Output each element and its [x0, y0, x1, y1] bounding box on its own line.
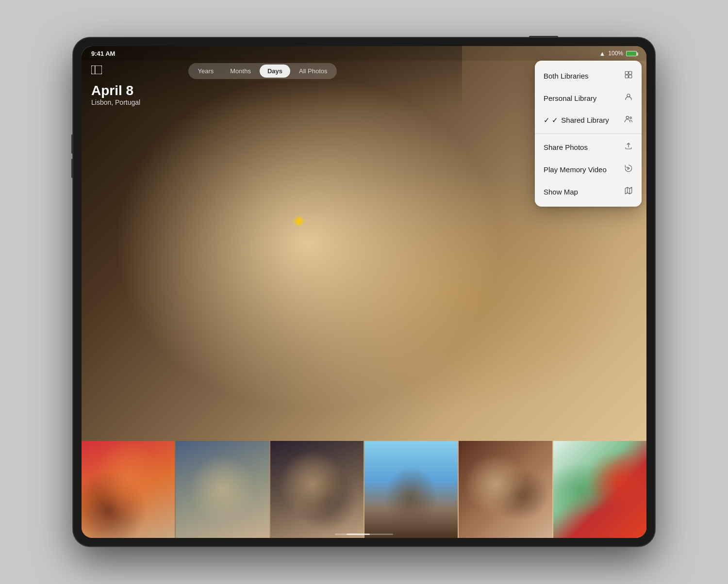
svg-rect-1 [95, 65, 96, 74]
menu-share-photos[interactable]: Share Photos [535, 136, 642, 158]
thumb-6-bg [553, 441, 646, 538]
date-info: April 8 Lisbon, Portugal [91, 83, 452, 106]
status-bar: 9:41 AM ▲ 100% [82, 46, 646, 61]
status-right: ▲ 100% [599, 50, 637, 57]
menu-share-photos-label: Share Photos [544, 143, 588, 151]
menu-shared-library[interactable]: ✓ Shared Library [535, 109, 642, 131]
wifi-icon: ▲ [599, 50, 605, 57]
menu-personal-library[interactable]: Personal Library [535, 87, 642, 109]
menu-show-map-label: Show Map [544, 188, 578, 196]
svg-point-10 [630, 117, 632, 119]
power-button[interactable] [529, 36, 558, 38]
battery-percent: 100% [608, 50, 623, 57]
battery-icon [626, 51, 637, 56]
right-photos: Select Both Libraries [462, 46, 646, 441]
svg-point-9 [626, 116, 629, 119]
svg-rect-0 [91, 65, 102, 74]
menu-play-memory-video-label: Play Memory Video [544, 165, 607, 174]
tab-days[interactable]: Days [260, 65, 290, 78]
menu-show-map-icon [624, 186, 633, 197]
volume-up-button[interactable] [71, 134, 73, 154]
scroll-indicator [335, 534, 393, 535]
tab-years[interactable]: Years [190, 65, 221, 78]
photo-area: Years Months Days All Photos April 8 Lis… [82, 46, 646, 538]
right-photo-bottom-bg [462, 244, 646, 441]
thumb-4-bg [364, 441, 458, 538]
bottom-thumbnail-strip [82, 441, 646, 538]
thumb-1-bg [82, 441, 175, 538]
thumb-3-bg [270, 441, 364, 538]
svg-rect-4 [625, 71, 628, 74]
filter-tabs: Years Months Days All Photos [188, 63, 336, 79]
volume-down-button[interactable] [71, 159, 73, 178]
thumb-2-bg [176, 441, 269, 538]
svg-rect-7 [629, 75, 632, 78]
menu-shared-library-label: ✓ Shared Library [544, 116, 609, 125]
right-photo-bottom[interactable] [462, 244, 646, 441]
ipad-screen: 9:41 AM ▲ 100% [82, 46, 646, 538]
tab-all-photos[interactable]: All Photos [291, 65, 335, 78]
menu-show-map[interactable]: Show Map [535, 180, 642, 203]
scroll-thumb [347, 534, 370, 535]
thumbnail-5[interactable] [459, 441, 552, 538]
menu-play-memory-video-icon [624, 164, 633, 175]
status-time: 9:41 AM [91, 50, 115, 57]
menu-both-libraries-icon [624, 70, 633, 81]
thumbnail-3[interactable] [270, 441, 364, 538]
svg-rect-5 [629, 71, 632, 74]
svg-rect-6 [625, 75, 628, 78]
svg-marker-12 [628, 167, 630, 170]
svg-marker-13 [625, 187, 632, 194]
tab-months[interactable]: Months [222, 65, 259, 78]
thumbnail-4[interactable] [364, 441, 458, 538]
thumbnail-6[interactable] [553, 441, 646, 538]
menu-both-libraries-label: Both Libraries [544, 72, 589, 80]
dropdown-menu: Both Libraries Pers [535, 61, 642, 207]
sidebar-toggle[interactable] [91, 65, 102, 77]
thumbnail-2[interactable] [176, 441, 269, 538]
menu-personal-library-icon [624, 93, 633, 103]
date-location: Lisbon, Portugal [91, 98, 452, 106]
ipad-frame: 9:41 AM ▲ 100% [73, 37, 655, 547]
menu-divider-1 [535, 133, 642, 134]
menu-both-libraries[interactable]: Both Libraries [535, 65, 642, 87]
thumb-5-bg [459, 441, 552, 538]
menu-shared-library-icon [624, 115, 633, 126]
menu-share-photos-icon [624, 142, 633, 152]
thumbnail-1[interactable] [82, 441, 175, 538]
date-title: April 8 [91, 83, 452, 98]
menu-personal-library-label: Personal Library [544, 94, 596, 102]
menu-play-memory-video[interactable]: Play Memory Video [535, 158, 642, 180]
